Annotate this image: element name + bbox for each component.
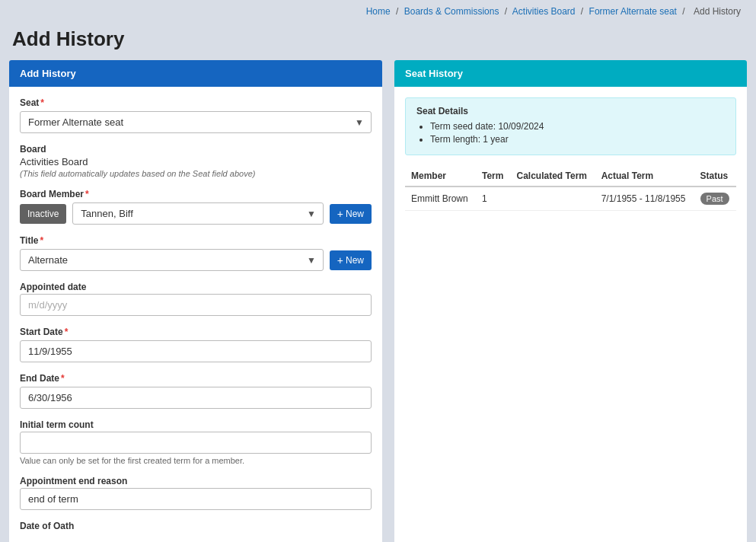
board-value: Activities Board [20, 156, 372, 167]
start-date-input[interactable] [20, 340, 372, 362]
title-row: Alternate ▼ + New [20, 249, 372, 271]
table-row: Emmitt Brown 1 7/1/1955 - 11/8/1955 Past [405, 187, 736, 211]
initial-term-count-label: Initial term count [20, 419, 372, 430]
right-panel: Seat History Seat Details Term seed date… [394, 60, 747, 542]
seat-details-title: Seat Details [416, 106, 725, 116]
initial-term-count-field-group: Initial term count Value can only be set… [20, 419, 372, 465]
title-plus-icon: + [337, 255, 343, 266]
col-actual-term: Actual Term [595, 166, 694, 187]
board-field-group: Board Activities Board (This field autom… [20, 144, 372, 178]
board-label: Board [20, 144, 372, 155]
page-title: Add History [0, 23, 756, 60]
breadcrumb-boards[interactable]: Boards & Commissions [404, 6, 499, 17]
table-header-row: Member Term Calculated Term Actual Term … [405, 166, 736, 187]
seat-details-box: Seat Details Term seed date: 10/09/2024 … [405, 97, 736, 155]
title-select-wrapper[interactable]: Alternate ▼ [20, 249, 324, 271]
board-member-label: Board Member* [20, 189, 372, 199]
seat-field-group: Seat* Former Alternate seat ▼ [20, 97, 372, 133]
board-member-select[interactable]: Tannen, Biff [72, 202, 323, 225]
title-select[interactable]: Alternate [20, 249, 324, 271]
cell-calculated-term [511, 187, 595, 211]
main-layout: Add History Seat* Former Alternate seat … [0, 60, 756, 542]
left-panel-body: Seat* Former Alternate seat ▼ Board Acti… [9, 87, 382, 542]
status-badge: Past [700, 193, 729, 205]
col-member: Member [405, 166, 476, 187]
start-date-label: Start Date* [20, 327, 372, 337]
cell-member: Emmitt Brown [405, 187, 476, 211]
history-table: Member Term Calculated Term Actual Term … [405, 166, 736, 211]
seat-details-list: Term seed date: 10/09/2024 Term length: … [416, 121, 725, 145]
initial-term-count-input[interactable] [20, 432, 372, 454]
breadcrumb: Home / Boards & Commissions / Activities… [0, 0, 756, 23]
seat-label: Seat* [20, 97, 372, 108]
cell-actual-term: 7/1/1955 - 11/8/1955 [595, 187, 694, 211]
board-member-field-group: Board Member* Inactive Tannen, Biff ▼ + … [20, 189, 372, 225]
seat-select[interactable]: Former Alternate seat [20, 111, 372, 133]
appointment-end-reason-label: Appointment end reason [20, 476, 372, 486]
cell-status: Past [694, 187, 736, 211]
breadcrumb-home[interactable]: Home [366, 6, 391, 17]
breadcrumb-former-alternate[interactable]: Former Alternate seat [589, 6, 677, 17]
seat-detail-item-2: Term length: 1 year [430, 134, 725, 145]
board-member-new-button[interactable]: + New [330, 204, 372, 224]
end-date-field-group: End Date* [20, 373, 372, 409]
col-status: Status [694, 166, 736, 187]
appointment-end-reason-input[interactable] [20, 488, 372, 510]
right-panel-header: Seat History [394, 60, 747, 87]
left-panel-header: Add History [9, 60, 382, 87]
appointed-date-label: Appointed date [20, 282, 372, 292]
breadcrumb-current: Add History [694, 6, 741, 17]
end-date-label: End Date* [20, 373, 372, 384]
seat-select-wrapper[interactable]: Former Alternate seat ▼ [20, 111, 372, 133]
date-of-oath-field-group: Date of Oath [20, 521, 372, 531]
right-panel-body: Seat Details Term seed date: 10/09/2024 … [394, 87, 747, 222]
board-note: (This field automatically updates based … [20, 169, 372, 178]
start-date-field-group: Start Date* [20, 327, 372, 362]
seat-detail-item-1: Term seed date: 10/09/2024 [430, 121, 725, 132]
left-panel: Add History Seat* Former Alternate seat … [9, 60, 382, 542]
col-calculated-term: Calculated Term [511, 166, 595, 187]
appointed-date-field-group: Appointed date [20, 282, 372, 316]
appointment-end-reason-field-group: Appointment end reason [20, 476, 372, 510]
title-field-group: Title* Alternate ▼ + New [20, 235, 372, 271]
breadcrumb-activities-board[interactable]: Activities Board [512, 6, 576, 17]
title-label: Title* [20, 235, 372, 246]
date-of-oath-label: Date of Oath [20, 521, 372, 531]
cell-term: 1 [476, 187, 511, 211]
initial-term-count-note: Value can only be set for the first crea… [20, 456, 372, 465]
inactive-button[interactable]: Inactive [20, 204, 66, 224]
appointed-date-input[interactable] [20, 294, 372, 316]
title-new-button[interactable]: + New [330, 250, 372, 270]
col-term: Term [476, 166, 511, 187]
board-member-row: Inactive Tannen, Biff ▼ + New [20, 202, 372, 225]
plus-icon: + [337, 209, 343, 219]
board-member-select-wrapper[interactable]: Tannen, Biff ▼ [72, 202, 323, 225]
end-date-input[interactable] [20, 387, 372, 409]
